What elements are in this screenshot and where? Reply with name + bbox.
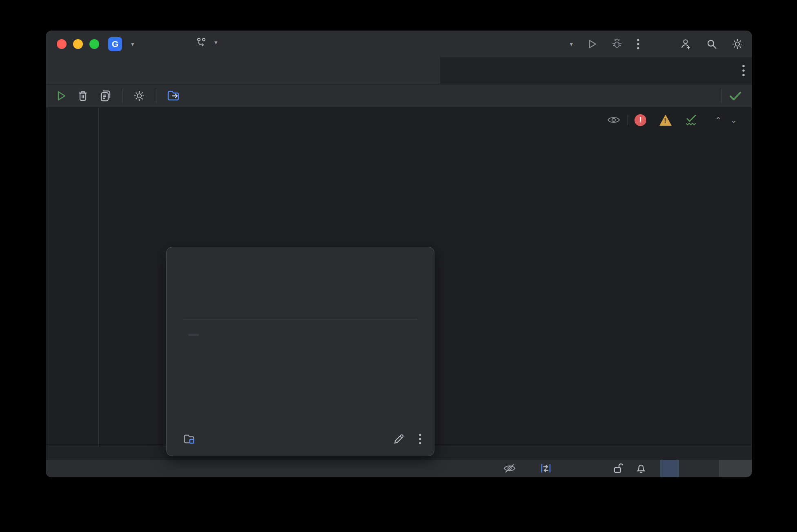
project-widget[interactable]: G ▾ — [108, 37, 134, 51]
run-icon[interactable] — [55, 90, 67, 102]
passed-icon — [685, 114, 698, 126]
settings-icon[interactable] — [133, 90, 145, 102]
popup-class-chip[interactable] — [188, 334, 199, 336]
toolbar-separator — [156, 89, 156, 103]
inspections-off-icon[interactable] — [503, 463, 516, 474]
add-user-icon[interactable] — [680, 38, 692, 50]
kebab-icon[interactable] — [419, 433, 422, 445]
minimize-window-button[interactable] — [73, 39, 83, 49]
toolbar-separator — [721, 89, 721, 103]
chevron-down-icon[interactable]: ⌄ — [730, 115, 737, 125]
desktop: { "titlebar": { "project": "gatling", "b… — [0, 0, 797, 532]
commit-check-icon[interactable] — [729, 90, 742, 102]
unlock-icon[interactable] — [613, 463, 623, 474]
status-bar — [46, 460, 752, 477]
close-window-button[interactable] — [57, 39, 67, 49]
bell-icon[interactable] — [636, 463, 646, 474]
settings-icon[interactable] — [731, 38, 744, 50]
chevron-down-icon: ▾ — [131, 40, 134, 48]
gutter-separator — [98, 107, 99, 446]
memory-indicator[interactable] — [660, 460, 752, 477]
debug-icon[interactable] — [611, 38, 623, 50]
search-icon[interactable] — [706, 38, 717, 50]
ide-window: G ▾ ▾ ▾ — [46, 31, 752, 477]
project-badge-g: G — [108, 37, 122, 51]
inspections-widget[interactable]: ! ! ⌃ ⌄ — [606, 114, 737, 126]
error-icon: ! — [634, 114, 646, 126]
editor-toolbar — [46, 84, 752, 108]
copy-icon[interactable] — [99, 90, 111, 102]
window-controls — [57, 39, 99, 49]
warning-icon: ! — [659, 115, 672, 126]
editor-tabs — [46, 57, 752, 84]
error-stripe-column[interactable] — [744, 107, 750, 446]
module-folder-icon — [183, 434, 196, 444]
soft-wrap-icon[interactable] — [540, 463, 552, 474]
delete-icon[interactable] — [77, 90, 89, 102]
documentation-popup — [166, 247, 434, 456]
run-icon[interactable] — [587, 39, 597, 49]
kebab-icon[interactable] — [742, 64, 745, 78]
chevron-down-icon: ▾ — [570, 40, 573, 48]
chevron-up-icon[interactable]: ⌃ — [715, 115, 721, 125]
edit-pencil-icon[interactable] — [393, 433, 405, 445]
select-opened-file-icon[interactable] — [167, 90, 181, 102]
title-bar: G ▾ ▾ ▾ — [46, 31, 752, 57]
chevron-down-icon: ▾ — [214, 39, 218, 46]
popup-divider — [183, 319, 417, 319]
git-branch-icon — [196, 37, 206, 48]
maximize-window-button[interactable] — [89, 39, 99, 49]
preview-eye-icon[interactable] — [606, 115, 621, 125]
tabstrip-spacer — [440, 57, 752, 84]
kebab-icon[interactable] — [637, 38, 640, 50]
memory-used-bar — [660, 460, 679, 477]
inspections-separator — [628, 115, 628, 125]
toolbar-separator — [122, 89, 122, 103]
run-configuration-select[interactable]: ▾ — [565, 40, 573, 48]
memory-bar-end — [719, 460, 752, 477]
vcs-widget[interactable]: ▾ — [196, 37, 218, 48]
